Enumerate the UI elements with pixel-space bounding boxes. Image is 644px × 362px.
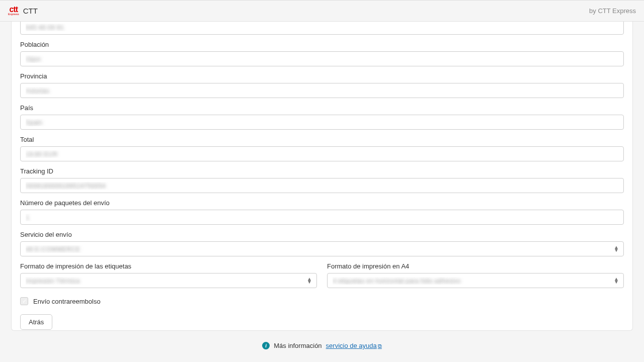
- formato-row: Formato de impresión de las etiquetas ▲▼…: [20, 262, 624, 288]
- header-left: ctt Express CTT: [8, 7, 38, 16]
- logo-main: ctt: [10, 7, 18, 13]
- field-formato-etiquetas: Formato de impresión de las etiquetas ▲▼: [20, 262, 317, 288]
- tracking-label: Tracking ID: [20, 167, 624, 175]
- formato-etiquetas-label: Formato de impresión de las etiquetas: [20, 262, 317, 270]
- phone-input[interactable]: [20, 22, 624, 35]
- paquetes-label: Número de paquetes del envío: [20, 199, 624, 207]
- info-icon: i: [262, 342, 270, 349]
- total-label: Total: [20, 136, 624, 143]
- poblacion-label: Población: [20, 41, 624, 48]
- contrareembolso-row: ✓ Envío contrareembolso: [20, 297, 624, 305]
- pais-label: País: [20, 104, 624, 112]
- app-header: ctt Express CTT by CTT Express: [0, 1, 644, 22]
- field-formato-a4: Formato de impresión en A4 ▲▼: [327, 262, 624, 288]
- ctt-logo: ctt Express: [8, 7, 19, 16]
- field-paquetes: Número de paquetes del envío: [20, 199, 624, 225]
- field-phone: [20, 22, 624, 35]
- formato-etiquetas-select[interactable]: [20, 273, 317, 288]
- footer: i Más información servicio de ayuda⧉: [0, 342, 644, 349]
- app-title: CTT: [23, 7, 38, 15]
- logo-sub: Express: [8, 13, 19, 16]
- footer-text: Más información: [274, 342, 321, 349]
- pais-input[interactable]: [20, 115, 624, 130]
- field-servicio: Servicio del envío ▲▼: [20, 231, 624, 256]
- contrareembolso-checkbox[interactable]: ✓: [20, 297, 28, 305]
- provincia-label: Provincia: [20, 72, 624, 80]
- form-container: Población Provincia País Total Tracking …: [11, 22, 633, 331]
- help-link[interactable]: servicio de ayuda⧉: [326, 342, 382, 349]
- servicio-label: Servicio del envío: [20, 231, 624, 238]
- total-input[interactable]: [20, 146, 624, 161]
- contrareembolso-label: Envío contrareembolso: [33, 298, 101, 305]
- tracking-input[interactable]: [20, 178, 624, 193]
- back-button[interactable]: Atrás: [20, 314, 52, 330]
- provincia-input[interactable]: [20, 83, 624, 98]
- formato-a4-label: Formato de impresión en A4: [327, 262, 624, 270]
- poblacion-input[interactable]: [20, 51, 624, 66]
- external-link-icon: ⧉: [378, 343, 382, 349]
- field-poblacion: Población: [20, 41, 624, 66]
- paquetes-input[interactable]: [20, 210, 624, 225]
- field-provincia: Provincia: [20, 72, 624, 98]
- servicio-select[interactable]: [20, 241, 624, 256]
- byline: by CTT Express: [589, 7, 636, 15]
- formato-a4-select[interactable]: [327, 273, 624, 288]
- field-pais: País: [20, 104, 624, 130]
- field-total: Total: [20, 136, 624, 161]
- field-tracking: Tracking ID: [20, 167, 624, 193]
